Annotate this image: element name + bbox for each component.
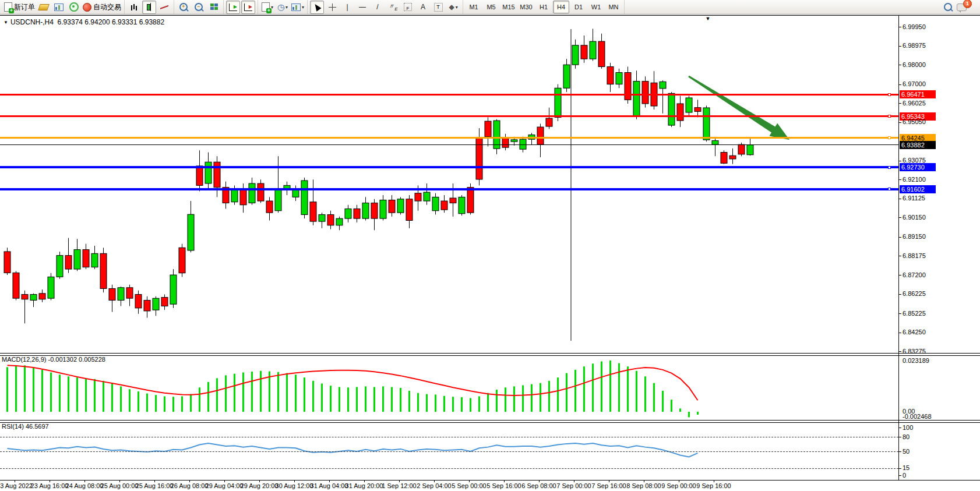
candle[interactable] <box>65 238 72 273</box>
candle[interactable] <box>563 59 570 92</box>
time-tick <box>189 480 190 482</box>
candle[interactable] <box>188 201 194 252</box>
candle[interactable] <box>546 108 552 129</box>
candle[interactable] <box>266 197 273 220</box>
candle[interactable] <box>362 197 369 220</box>
current-price-line[interactable] <box>0 144 898 145</box>
candle[interactable] <box>459 195 465 216</box>
candle[interactable] <box>170 269 177 308</box>
macd-histogram-bar <box>417 393 419 412</box>
candle[interactable] <box>485 117 491 146</box>
candle[interactable] <box>686 96 692 115</box>
level-line[interactable] <box>0 166 898 168</box>
candle[interactable] <box>74 239 80 271</box>
candle[interactable] <box>590 29 596 61</box>
candle[interactable] <box>598 34 605 69</box>
candle[interactable] <box>729 149 736 164</box>
candle[interactable] <box>747 139 753 156</box>
candle[interactable] <box>528 133 535 144</box>
candle[interactable] <box>118 287 124 306</box>
level-line[interactable] <box>0 188 898 190</box>
candle[interactable] <box>179 244 185 277</box>
candle[interactable] <box>537 123 544 157</box>
candle[interactable] <box>327 211 334 229</box>
candle[interactable] <box>721 150 727 164</box>
candle[interactable] <box>153 296 159 316</box>
level-line-handle[interactable] <box>888 93 891 96</box>
level-line[interactable] <box>0 115 898 117</box>
candle[interactable] <box>83 244 89 269</box>
candle[interactable] <box>126 285 133 306</box>
candle[interactable] <box>371 199 378 230</box>
candle[interactable] <box>581 36 587 63</box>
candle[interactable] <box>48 273 54 301</box>
candle[interactable] <box>205 153 211 189</box>
candle[interactable] <box>424 183 430 205</box>
macd-histogram-bar <box>138 391 139 412</box>
candle[interactable] <box>677 96 683 127</box>
candle[interactable] <box>4 248 10 275</box>
macd-histogram-bar <box>295 375 297 412</box>
time-tick <box>15 480 15 482</box>
time-axis-label: 23 Aug 16:00 <box>31 482 69 489</box>
candle[interactable] <box>249 178 255 205</box>
candle[interactable] <box>109 285 115 312</box>
candle[interactable] <box>389 195 395 217</box>
candle[interactable] <box>135 291 142 314</box>
candle[interactable] <box>319 213 325 228</box>
candle[interactable] <box>695 100 701 117</box>
candle[interactable] <box>30 294 37 307</box>
candle[interactable] <box>57 252 63 279</box>
candle[interactable] <box>432 193 439 215</box>
candle[interactable] <box>214 156 220 197</box>
macd-histogram-bar <box>408 391 410 412</box>
candle[interactable] <box>607 63 614 92</box>
candle[interactable] <box>625 67 631 104</box>
candle[interactable] <box>703 105 710 142</box>
rsi-tick <box>898 468 901 469</box>
chart-shift-marker-icon[interactable]: ▼ <box>706 16 711 22</box>
candle[interactable] <box>161 294 168 310</box>
candle[interactable] <box>258 179 264 203</box>
candle[interactable] <box>502 134 509 150</box>
time-axis-label: 25 Aug 00:00 <box>101 482 139 489</box>
candle[interactable] <box>336 217 343 230</box>
level-line[interactable] <box>0 137 898 139</box>
candle[interactable] <box>39 289 45 302</box>
candle[interactable] <box>196 150 203 191</box>
candle[interactable] <box>406 195 413 228</box>
level-line-handle[interactable] <box>888 136 891 139</box>
chart-canvas[interactable] <box>0 0 980 491</box>
candle[interactable] <box>13 271 19 300</box>
macd-histogram-bar <box>679 408 681 412</box>
level-line-handle[interactable] <box>888 188 891 190</box>
candle[interactable] <box>345 205 351 222</box>
candle[interactable] <box>651 71 657 109</box>
candle[interactable] <box>572 40 579 69</box>
time-axis-label: 5 Sep 16:00 <box>487 482 521 489</box>
candle[interactable] <box>91 246 98 269</box>
level-line-handle[interactable] <box>888 115 891 118</box>
candle[interactable] <box>223 182 229 209</box>
candle[interactable] <box>668 92 675 127</box>
candle[interactable] <box>712 139 718 156</box>
candle[interactable] <box>354 205 360 222</box>
candle[interactable] <box>22 291 28 323</box>
price-tick-label: 6.98000 <box>903 61 926 68</box>
level-line[interactable] <box>0 94 898 96</box>
candle[interactable] <box>642 76 648 107</box>
candle[interactable] <box>380 195 386 220</box>
candle[interactable] <box>275 156 281 213</box>
candle[interactable] <box>100 248 107 292</box>
macd-histogram-bar <box>260 371 262 412</box>
macd-histogram-bar <box>531 384 533 412</box>
candle[interactable] <box>310 179 316 225</box>
time-tick <box>609 480 609 482</box>
candle[interactable] <box>441 195 447 213</box>
candle[interactable] <box>301 178 308 218</box>
candle[interactable] <box>660 80 666 114</box>
candle[interactable] <box>397 197 404 214</box>
level-line-handle[interactable] <box>888 166 891 169</box>
candle[interactable] <box>144 296 150 318</box>
candle[interactable] <box>616 69 622 88</box>
